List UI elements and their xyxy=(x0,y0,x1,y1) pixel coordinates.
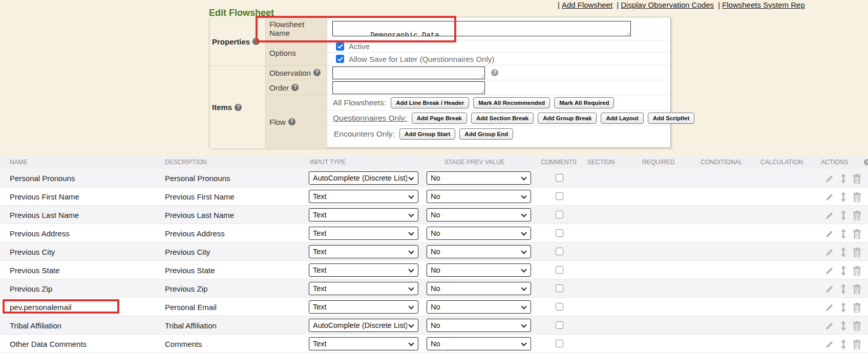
input-type-select[interactable]: Text xyxy=(309,282,418,295)
input-type-select[interactable]: Text xyxy=(309,245,418,258)
move-updown-icon[interactable] xyxy=(841,284,846,294)
input-type-select[interactable]: Text xyxy=(309,227,418,240)
input-type-select[interactable]: Text xyxy=(309,208,418,222)
stage-prev-value-select[interactable]: No xyxy=(427,245,531,258)
add-group-end-button[interactable]: Add Group End xyxy=(459,128,513,140)
input-type-select[interactable]: AutoComplete (Discrete List) xyxy=(309,319,418,332)
mark-all-required-button[interactable]: Mark All Required xyxy=(554,97,614,108)
order-label: Order? xyxy=(266,80,327,95)
table-row: pev.personalemail Personal Email Text No xyxy=(0,298,868,316)
resize-grip-icon[interactable] xyxy=(625,31,630,35)
add-flowsheet-link[interactable]: Add Flowsheet xyxy=(562,1,612,9)
move-updown-icon[interactable] xyxy=(841,321,846,331)
input-type-value: Text xyxy=(313,340,407,348)
add-scriptlet-button[interactable]: Add Scriptlet xyxy=(648,113,695,124)
add-section-break-button[interactable]: Add Section Break xyxy=(471,113,534,124)
chevron-down-icon xyxy=(408,230,414,235)
observation-help-icon[interactable]: ? xyxy=(313,69,321,76)
delete-trash-icon[interactable] xyxy=(853,321,861,331)
comments-checkbox[interactable] xyxy=(556,229,563,237)
comments-checkbox[interactable] xyxy=(556,284,563,292)
input-type-select[interactable]: AutoComplete (Discrete List) xyxy=(309,171,418,185)
input-type-select[interactable]: Text xyxy=(309,263,418,277)
delete-trash-icon[interactable] xyxy=(853,340,861,349)
move-updown-icon[interactable] xyxy=(841,192,846,202)
edit-pencil-icon[interactable] xyxy=(824,266,834,276)
flow-help-icon[interactable]: ? xyxy=(288,118,295,125)
edit-pencil-icon[interactable] xyxy=(824,340,834,349)
order-help-icon[interactable]: ? xyxy=(291,84,299,91)
comments-checkbox[interactable] xyxy=(556,303,563,311)
observation-field-help-icon[interactable]: ? xyxy=(491,69,498,76)
edit-pencil-icon[interactable] xyxy=(824,321,834,331)
add-group-break-button[interactable]: Add Group Break xyxy=(538,113,597,124)
mark-all-recommended-button[interactable]: Mark All Recommended xyxy=(473,97,550,108)
comments-checkbox[interactable] xyxy=(556,321,563,329)
edit-pencil-icon[interactable] xyxy=(824,174,834,184)
properties-help-icon[interactable]: ? xyxy=(252,38,260,45)
move-updown-icon[interactable] xyxy=(841,229,846,239)
order-input[interactable] xyxy=(332,81,485,94)
stage-prev-value-select[interactable]: No xyxy=(427,263,531,277)
move-updown-icon[interactable] xyxy=(841,210,846,220)
items-help-icon[interactable]: ? xyxy=(235,104,242,111)
stage-prev-value-select[interactable]: No xyxy=(427,190,531,203)
input-type-select[interactable]: Text xyxy=(309,300,418,314)
stage-prev-value-select[interactable]: No xyxy=(427,300,531,314)
comments-checkbox[interactable] xyxy=(556,248,563,255)
edit-pencil-icon[interactable] xyxy=(824,211,834,220)
move-updown-icon[interactable] xyxy=(841,173,846,184)
delete-trash-icon[interactable] xyxy=(853,192,861,202)
active-checkbox[interactable] xyxy=(336,42,344,51)
display-observation-codes-link[interactable]: Display Observation Codes xyxy=(621,1,714,9)
move-updown-icon[interactable] xyxy=(841,266,846,276)
flowsheets-system-report-link[interactable]: Flowsheets System Rep xyxy=(722,1,805,9)
encounters-only-buttons: Add Group StartAdd Group End xyxy=(399,128,513,140)
flowsheet-name-input[interactable]: Demographic Data xyxy=(332,21,631,36)
stage-prev-value: No xyxy=(431,211,520,219)
input-type-value: Text xyxy=(313,284,407,293)
observation-input[interactable] xyxy=(332,67,485,79)
comments-checkbox[interactable] xyxy=(556,266,563,274)
input-type-select[interactable]: Text xyxy=(309,337,418,350)
comments-checkbox[interactable] xyxy=(556,192,563,200)
input-type-select[interactable]: Text xyxy=(309,190,418,203)
move-updown-icon[interactable] xyxy=(841,302,846,313)
move-updown-icon[interactable] xyxy=(841,247,846,257)
delete-trash-icon[interactable] xyxy=(853,284,861,294)
delete-trash-icon[interactable] xyxy=(853,229,861,239)
delete-trash-icon[interactable] xyxy=(853,174,861,184)
comments-checkbox[interactable] xyxy=(556,174,563,182)
delete-trash-icon[interactable] xyxy=(853,211,861,220)
edit-pencil-icon[interactable] xyxy=(824,284,834,294)
move-updown-icon[interactable] xyxy=(841,339,846,349)
add-group-start-button[interactable]: Add Group Start xyxy=(399,128,455,140)
resize-grip-icon[interactable] xyxy=(479,74,484,78)
stage-prev-value-select[interactable]: No xyxy=(427,319,531,332)
flowsheet-name-label-text: Flowsheet Name xyxy=(269,20,327,37)
row-actions xyxy=(824,210,861,220)
add-page-break-button[interactable]: Add Page Break xyxy=(412,113,467,124)
delete-trash-icon[interactable] xyxy=(853,248,861,257)
flow-label-text: Flow xyxy=(269,118,286,126)
resize-grip-icon[interactable] xyxy=(479,88,484,93)
add-line-break-header-button[interactable]: Add Line Break / Header xyxy=(391,97,469,108)
comments-checkbox[interactable] xyxy=(556,211,563,218)
delete-trash-icon[interactable] xyxy=(853,266,861,276)
row-actions xyxy=(824,173,861,184)
edit-pencil-icon[interactable] xyxy=(824,192,834,202)
options-label-text: Options xyxy=(269,49,296,57)
edit-pencil-icon[interactable] xyxy=(824,229,834,239)
stage-prev-value-select[interactable]: No xyxy=(427,208,531,222)
allow-save-later-checkbox[interactable] xyxy=(336,55,344,63)
stage-prev-value-select[interactable]: No xyxy=(427,227,531,240)
comments-checkbox[interactable] xyxy=(556,340,563,347)
stage-prev-value-select[interactable]: No xyxy=(427,337,531,350)
add-layout-button[interactable]: Add Layout xyxy=(601,113,643,124)
stage-prev-value-select[interactable]: No xyxy=(427,171,531,185)
edit-pencil-icon[interactable] xyxy=(824,248,834,257)
delete-trash-icon[interactable] xyxy=(853,303,861,313)
chevron-down-icon xyxy=(521,230,526,235)
stage-prev-value-select[interactable]: No xyxy=(427,282,531,295)
edit-pencil-icon[interactable] xyxy=(824,303,834,313)
